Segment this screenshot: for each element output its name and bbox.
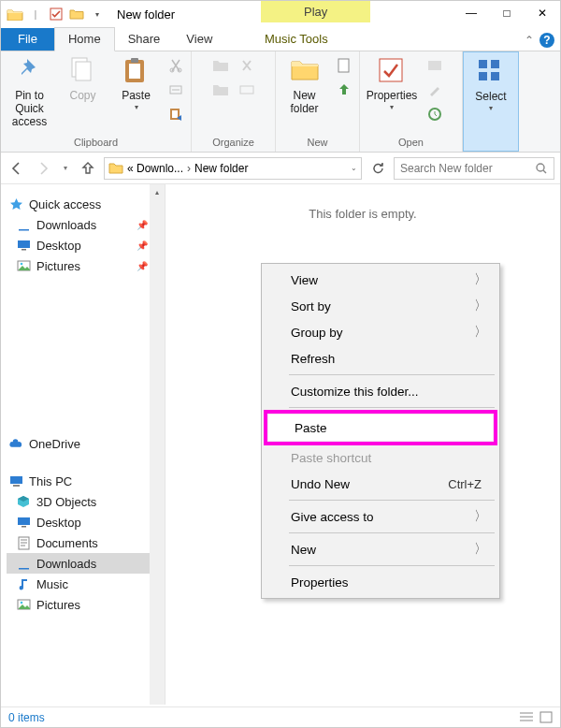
submenu-arrow-icon: 〉 [474, 271, 487, 288]
ctx-new[interactable]: New〉 [265, 536, 496, 562]
new-folder-button[interactable]: New folder [281, 54, 327, 116]
ctx-refresh[interactable]: Refresh [265, 345, 496, 371]
downloads-icon [16, 217, 31, 232]
svg-rect-10 [172, 110, 178, 118]
tab-share[interactable]: Share [115, 28, 174, 51]
ctx-customize-folder[interactable]: Customize this folder... [265, 378, 496, 404]
star-icon [8, 197, 23, 211]
ctx-sort-by[interactable]: Sort by〉 [265, 293, 496, 319]
tab-home[interactable]: Home [54, 27, 115, 51]
submenu-arrow-icon: 〉 [474, 508, 487, 525]
svg-rect-17 [491, 60, 499, 68]
select-dropdown-icon[interactable]: ▾ [489, 104, 493, 112]
pictures-icon [16, 258, 31, 273]
close-button[interactable]: ✕ [525, 1, 560, 25]
refresh-button[interactable] [367, 158, 388, 179]
sidebar-item-music[interactable]: Music [7, 574, 165, 594]
cube-icon [16, 494, 31, 509]
qat-newfolder-icon[interactable] [68, 6, 85, 22]
onedrive-node[interactable]: OneDrive [7, 433, 165, 454]
pc-icon [8, 473, 23, 488]
sidebar-item-documents[interactable]: Documents [7, 532, 165, 553]
submenu-arrow-icon: 〉 [474, 298, 487, 314]
svg-rect-21 [18, 240, 30, 248]
copy-icon [68, 56, 98, 86]
properties-dropdown-icon[interactable]: ▾ [390, 103, 394, 111]
collapse-ribbon-icon[interactable]: ⌃ [525, 34, 534, 47]
ctx-give-access-to[interactable]: Give access to〉 [265, 503, 496, 530]
new-item-button[interactable] [335, 56, 353, 75]
tab-file[interactable]: File [1, 28, 54, 51]
submenu-arrow-icon: 〉 [474, 541, 487, 558]
address-folder-icon [108, 162, 123, 174]
svg-point-31 [20, 602, 22, 604]
recent-locations-button[interactable]: ▾ [59, 158, 72, 179]
navigation-pane: ▴ Quick access Downloads 📌 [1, 184, 165, 705]
quick-access[interactable]: Quick access [7, 194, 165, 214]
titlebar: | ▾ New folder Play — □ ✕ [1, 1, 560, 27]
tab-music-tools[interactable]: Music Tools [252, 28, 341, 51]
qat-customize-icon[interactable]: ▾ [89, 6, 106, 22]
contextual-tab-play: Play [261, 1, 370, 22]
svg-rect-5 [131, 58, 138, 63]
desktop-icon [16, 238, 31, 253]
breadcrumb-newfolder[interactable]: New folder [194, 162, 248, 175]
svg-point-20 [537, 164, 544, 171]
address-bar[interactable]: « Downlo... › New folder ⌄ [104, 157, 362, 180]
up-button[interactable] [78, 158, 98, 179]
svg-rect-11 [240, 86, 253, 94]
help-icon[interactable]: ? [539, 33, 554, 48]
sidebar-item-downloads[interactable]: Downloads 📌 [7, 214, 165, 235]
pin-to-quick-access-button[interactable]: Pin to Quick access [7, 54, 52, 128]
breadcrumb-downloads[interactable]: « Downlo... [127, 162, 183, 175]
svg-rect-18 [479, 72, 487, 80]
qat-sep-icon: | [27, 6, 44, 22]
ctx-paste[interactable]: Paste [268, 415, 493, 441]
qat-properties-icon[interactable] [48, 6, 65, 22]
select-button[interactable]: Select ▾ [469, 55, 512, 112]
sidebar-item-desktop[interactable]: Desktop 📌 [7, 235, 165, 255]
ctx-undo-new[interactable]: Undo NewCtrl+Z [265, 471, 496, 497]
nav-scrollbar[interactable]: ▴ [150, 184, 165, 705]
maximize-button[interactable]: □ [489, 1, 525, 25]
back-button[interactable] [7, 158, 27, 179]
ctx-properties[interactable]: Properties [265, 569, 496, 595]
sidebar-item-3d-objects[interactable]: 3D Objects [7, 491, 165, 512]
move-to-button [211, 56, 230, 75]
search-box[interactable]: Search New folder [394, 157, 554, 180]
easy-access-button[interactable] [335, 80, 353, 99]
tab-view[interactable]: View [173, 28, 225, 51]
ribbon-tabs: File Home Share View Music Tools ⌃ ? [1, 27, 560, 51]
folder-icon [7, 6, 23, 22]
history-button[interactable] [425, 105, 444, 124]
ctx-group-by[interactable]: Group by〉 [265, 319, 496, 345]
properties-button[interactable]: Properties ▾ [366, 54, 418, 111]
svg-rect-25 [10, 476, 22, 484]
copy-button: Copy [60, 54, 106, 103]
sidebar-item-pc-downloads[interactable]: Downloads [7, 553, 165, 574]
open-group-label: Open [366, 137, 456, 150]
ctx-separator [289, 374, 495, 375]
address-history-icon[interactable]: ⌄ [351, 164, 357, 172]
paste-dropdown-icon[interactable]: ▾ [135, 103, 138, 111]
ctx-view[interactable]: View〉 [265, 267, 496, 293]
paste-button[interactable]: Paste ▾ [113, 54, 159, 111]
ribbon-group-select[interactable]: Select ▾ [463, 51, 519, 152]
sidebar-item-pc-desktop[interactable]: Desktop [7, 512, 165, 532]
details-view-icon[interactable] [519, 711, 534, 723]
clipboard-group-label: Clipboard [7, 137, 185, 150]
pin-icon: 📌 [137, 220, 148, 230]
svg-point-24 [20, 263, 22, 266]
sidebar-item-pictures[interactable]: Pictures 📌 [7, 255, 165, 276]
paste-shortcut-button[interactable] [166, 105, 185, 124]
onedrive-icon [8, 436, 23, 451]
minimize-button[interactable]: — [453, 1, 489, 25]
large-icons-view-icon[interactable] [539, 711, 553, 723]
this-pc-node[interactable]: This PC [7, 471, 165, 491]
submenu-arrow-icon: 〉 [474, 324, 487, 341]
sidebar-item-pc-pictures[interactable]: Pictures [7, 594, 165, 615]
breadcrumb-sep[interactable]: › [187, 162, 191, 175]
copy-label: Copy [69, 90, 95, 103]
scroll-up-button[interactable]: ▴ [150, 184, 165, 199]
delete-button [237, 56, 256, 75]
